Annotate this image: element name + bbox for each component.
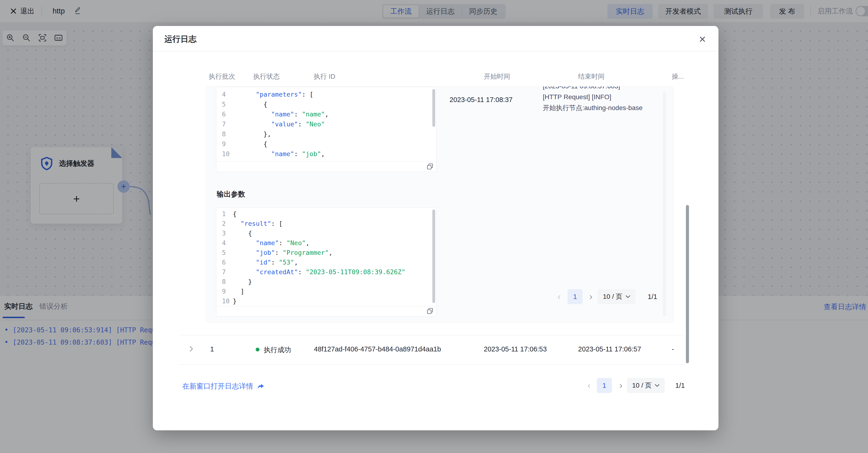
code-line: 6 "name": "name", (216, 109, 436, 119)
chevron-down-icon (625, 295, 630, 298)
page-number-button[interactable]: 1 (567, 289, 583, 304)
editor-scrollbar[interactable] (432, 89, 435, 127)
open-log-detail-link[interactable]: 在新窗口打开日志详情 (182, 381, 265, 391)
code-line: 7 "value": "Neo" (216, 119, 436, 129)
node-log-viewport[interactable]: [2023-05-11 09:08:37:603][HTTP Request] … (543, 86, 662, 131)
prev-page-icon[interactable]: ‹ (558, 289, 561, 304)
copy-icon[interactable] (427, 308, 434, 315)
col-header-batch: 执行批次 (209, 72, 235, 81)
editor-scrollbar[interactable] (432, 209, 435, 303)
output-params-label: 输出参数 (217, 190, 245, 199)
editor-footer (216, 161, 436, 172)
col-header-start: 开始时间 (484, 72, 510, 81)
page-size-select[interactable]: 10 / 页 (598, 289, 636, 304)
expanded-row-detail: 4 "parameters": [5 {6 "name": "name",7 "… (206, 86, 674, 322)
code-lines: 1{2 "result": [3 {4 "name": "Neo",5 "job… (216, 209, 436, 306)
editor-footer (216, 306, 436, 316)
log-scrollbar-track[interactable] (663, 92, 666, 316)
code-line: 8 }, (216, 129, 436, 139)
code-line: 4 "name": "Neo", (216, 238, 436, 248)
code-line: 1{ (216, 209, 436, 219)
footer-page-size-value: 10 / 页 (632, 381, 651, 390)
input-params-editor[interactable]: 4 "parameters": [5 {6 "name": "name",7 "… (216, 87, 437, 172)
log-line: [HTTP Request] [INFO] (543, 92, 662, 103)
modal-scrollbar[interactable] (686, 205, 689, 363)
page-total: 1/1 (648, 289, 657, 304)
footer-page-number-button[interactable]: 1 (597, 378, 612, 393)
close-icon[interactable] (698, 34, 707, 44)
row-operation: - (672, 345, 674, 353)
footer-prev-page-icon[interactable]: ‹ (588, 378, 591, 393)
modal-header: 运行日志 (153, 26, 718, 52)
status-dot (256, 348, 259, 351)
col-header-end: 结束时间 (578, 72, 604, 81)
copy-icon[interactable] (427, 163, 434, 170)
code-line: 3 { (216, 228, 436, 238)
col-header-exec-id: 执行 ID (314, 72, 335, 81)
node-log-lines: [2023-05-11 09:08:37:603][HTTP Request] … (543, 86, 662, 113)
row-end-time: 2023-05-11 17:06:57 (578, 345, 641, 353)
footer-page-size-select[interactable]: 10 / 页 (627, 378, 665, 393)
row-divider (179, 364, 684, 365)
chevron-down-icon (655, 384, 659, 387)
page-size-value: 10 / 页 (603, 292, 622, 301)
open-log-detail-label: 在新窗口打开日志详情 (182, 381, 253, 391)
log-line: [2023-05-11 09:08:37:603] (543, 86, 662, 92)
code-line: 9 ] (216, 286, 436, 296)
code-line: 6 "id": "53", (216, 257, 436, 267)
footer-next-page-icon[interactable]: › (619, 378, 622, 393)
expand-row-chevron[interactable] (188, 345, 194, 352)
code-lines: 4 "parameters": [5 {6 "name": "name",7 "… (216, 89, 436, 159)
modal-title: 运行日志 (164, 34, 196, 45)
node-start-time: 2023-05-11 17:08:37 (450, 96, 513, 104)
row-batch: 1 (210, 345, 214, 353)
run-logs-modal: 运行日志 执行批次 执行状态 执行 ID 开始时间 结束时间 操... 4 "p… (153, 26, 718, 430)
code-line: 10 "name": "job", (216, 149, 436, 159)
output-params-editor[interactable]: 1{2 "result": [3 {4 "name": "Neo",5 "job… (216, 207, 437, 316)
log-line: 开始执行节点:authing-nodes-base (543, 103, 662, 113)
code-line: 8 } (216, 277, 436, 286)
row-status: 执行成功 (264, 345, 291, 355)
code-line: 5 "job": "Programmer", (216, 248, 436, 257)
code-line: 7 "createdAt": "2023-05-11T09:08:39.626Z… (216, 267, 436, 277)
code-line: 9 { (216, 139, 436, 149)
code-line: 5 { (216, 100, 436, 109)
row-start-time: 2023-05-11 17:06:53 (484, 345, 547, 353)
row-exec-id: 48f127ad-f406-4757-b484-0a8971d4aa1b (314, 345, 441, 353)
footer-page-total: 1/1 (675, 378, 685, 393)
col-header-status: 执行状态 (253, 72, 280, 81)
share-arrow-icon (257, 383, 265, 390)
next-page-icon[interactable]: › (589, 289, 592, 304)
code-line: 2 "result": [ (216, 219, 436, 228)
code-line: 4 "parameters": [ (216, 89, 436, 100)
row-divider (179, 335, 684, 335)
col-header-actions: 操... (672, 72, 684, 81)
code-line: 10} (216, 296, 436, 306)
